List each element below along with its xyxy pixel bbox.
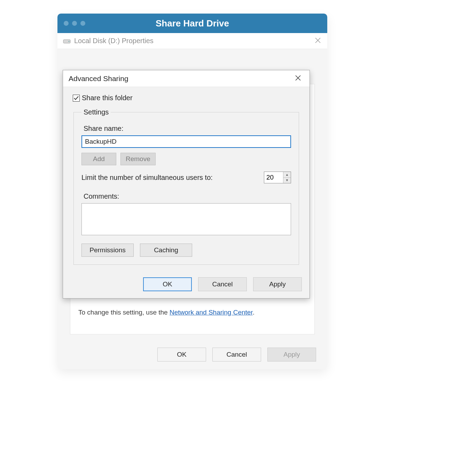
- remove-button[interactable]: Remove: [120, 153, 156, 165]
- disk-icon: [63, 38, 71, 44]
- apply-button[interactable]: Apply: [267, 348, 316, 362]
- ok-button[interactable]: OK: [143, 277, 192, 291]
- cancel-button[interactable]: Cancel: [212, 348, 261, 362]
- svg-point-1: [69, 41, 70, 42]
- dialog-title: Advanced Sharing: [69, 74, 128, 83]
- comments-label: Comments:: [84, 192, 291, 200]
- dialog-body: Share this folder Settings Share name: A…: [63, 87, 310, 272]
- share-name-label: Share name:: [84, 125, 291, 133]
- limit-users-spinner[interactable]: ▲ ▼: [264, 172, 291, 183]
- properties-buttons: OK Cancel Apply: [157, 348, 316, 362]
- share-folder-label: Share this folder: [82, 94, 133, 102]
- share-name-input[interactable]: [81, 135, 291, 148]
- titlebar: Share Hard Drive: [57, 14, 327, 33]
- dialog-header: Advanced Sharing: [63, 70, 310, 87]
- settings-legend: Settings: [81, 108, 111, 116]
- properties-title: Local Disk (D:) Properties: [74, 37, 154, 45]
- permissions-button[interactable]: Permissions: [81, 244, 134, 257]
- traffic-dot[interactable]: [80, 21, 85, 26]
- hint-suffix: .: [253, 309, 254, 316]
- limit-users-label: Limit the number of simultaneous users t…: [81, 174, 213, 182]
- cancel-button[interactable]: Cancel: [198, 277, 247, 291]
- spinner-down-icon[interactable]: ▼: [283, 178, 291, 183]
- traffic-lights: [64, 21, 85, 26]
- hint-prefix: To change this setting, use the: [78, 309, 170, 316]
- properties-header: Local Disk (D:) Properties: [57, 33, 327, 49]
- comments-input[interactable]: [81, 203, 291, 235]
- traffic-dot[interactable]: [72, 21, 77, 26]
- network-sharing-hint: To change this setting, use the Network …: [78, 309, 254, 316]
- caching-button[interactable]: Caching: [140, 244, 192, 257]
- traffic-dot[interactable]: [64, 21, 69, 26]
- advanced-sharing-dialog: Advanced Sharing Share this folder Setti…: [63, 70, 310, 299]
- settings-group: Settings Share name: Add Remove Limit th…: [73, 108, 299, 265]
- close-icon[interactable]: [292, 73, 304, 85]
- add-button[interactable]: Add: [81, 153, 116, 165]
- apply-button[interactable]: Apply: [253, 277, 302, 291]
- properties-body: Advanced Sharing Share this folder Setti…: [57, 49, 327, 369]
- share-folder-checkbox[interactable]: Share this folder: [73, 94, 302, 102]
- limit-users-input[interactable]: [264, 172, 283, 183]
- window-title: Share Hard Drive: [57, 18, 327, 29]
- close-icon[interactable]: [315, 37, 321, 46]
- app-window: Share Hard Drive Local Disk (D:) Propert…: [57, 14, 327, 369]
- ok-button[interactable]: OK: [157, 348, 206, 362]
- dialog-footer: OK Cancel Apply: [63, 272, 310, 298]
- spinner-up-icon[interactable]: ▲: [283, 172, 291, 178]
- checkbox-icon: [73, 95, 80, 102]
- network-sharing-center-link[interactable]: Network and Sharing Center: [170, 309, 253, 316]
